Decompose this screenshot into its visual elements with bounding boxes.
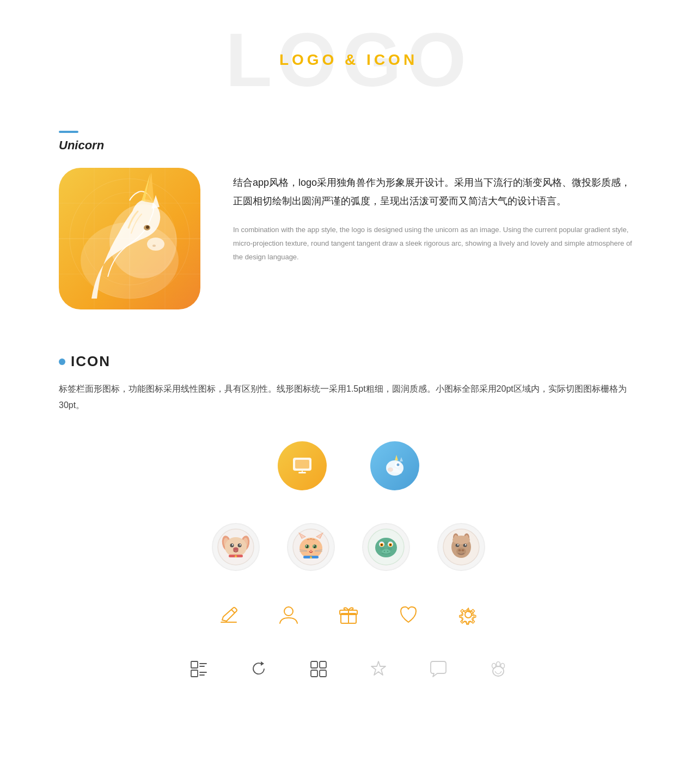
unicorn-title: Unicorn (59, 138, 638, 153)
avatar-icons-row (59, 523, 638, 571)
svg-point-65 (381, 544, 383, 545)
unicorn-description: 结合app风格，logo采用独角兽作为形象展开设计。采用当下流行的渐变风格、微投… (233, 168, 638, 264)
heart-icon (392, 598, 425, 631)
svg-line-85 (231, 610, 235, 613)
avatar-llama-icon (437, 523, 485, 571)
svg-point-46 (314, 545, 315, 546)
svg-point-77 (456, 544, 460, 547)
svg-point-20 (396, 464, 399, 466)
svg-rect-99 (320, 661, 326, 668)
svg-rect-98 (311, 661, 317, 668)
svg-rect-15 (295, 460, 309, 469)
svg-point-27 (225, 537, 247, 557)
svg-rect-17 (302, 471, 303, 473)
svg-point-30 (232, 544, 233, 545)
svg-point-66 (390, 544, 392, 545)
unicorn-desc-en: In combination with the app style, the l… (233, 223, 638, 264)
gift-icon (332, 598, 365, 631)
app-icon-yellow (278, 441, 327, 490)
unicorn-row: 结合app风格，logo采用独角兽作为形象展开设计。采用当下流行的渐变风格、微投… (59, 168, 638, 309)
svg-rect-91 (191, 661, 198, 668)
avatar-dog-icon (212, 523, 260, 571)
svg-point-40 (299, 538, 322, 558)
svg-point-12 (147, 238, 164, 251)
svg-point-44 (314, 545, 316, 548)
svg-point-76 (453, 536, 470, 544)
logo-icon-image (59, 168, 200, 309)
icon-section-header: ICON (59, 353, 638, 370)
svg-point-82 (458, 549, 461, 551)
list-icon (182, 653, 215, 685)
app-icon-blue (370, 441, 419, 490)
settings-icon (452, 598, 485, 631)
user-icon (272, 598, 305, 631)
avatar-lizard-icon (362, 523, 410, 571)
svg-point-53 (310, 556, 312, 558)
grid-icon (302, 653, 335, 685)
svg-point-28 (230, 543, 234, 547)
svg-point-79 (457, 544, 458, 545)
icon-section-title: ICON (71, 353, 111, 370)
svg-point-80 (465, 544, 466, 545)
svg-point-34 (235, 555, 237, 557)
svg-point-83 (462, 549, 464, 551)
svg-point-104 (492, 663, 496, 668)
svg-point-43 (307, 545, 308, 548)
main-content: Unicorn (0, 120, 697, 740)
func-icons-row (59, 598, 638, 631)
svg-rect-92 (191, 670, 198, 677)
grid-overlay (59, 168, 200, 309)
svg-point-31 (240, 544, 241, 545)
refresh-icon (242, 653, 275, 685)
section-bar (59, 131, 78, 133)
svg-point-11 (146, 226, 149, 229)
paw-icon (482, 653, 515, 685)
svg-marker-97 (261, 661, 264, 666)
icon-description: 标签栏面形图标，功能图标采用线性图标，具有区别性。线形图标统一采用1.5pt粗细… (59, 381, 638, 414)
app-icons-row (59, 441, 638, 490)
svg-marker-102 (371, 661, 386, 675)
avatar-cat-icon (287, 523, 335, 571)
unicorn-desc-zh: 结合app风格，logo采用独角兽作为形象展开设计。采用当下流行的渐变风格、微投… (233, 173, 638, 210)
svg-point-45 (306, 545, 307, 546)
tab-icons-row (59, 653, 638, 685)
svg-point-69 (387, 551, 388, 552)
header-section: LOGO LOGO & ICON (0, 0, 697, 120)
icon-dot (59, 358, 65, 365)
svg-rect-101 (320, 670, 326, 677)
chat-icon (422, 653, 455, 685)
svg-point-86 (284, 607, 293, 616)
unicorn-section-header: Unicorn (59, 131, 638, 153)
star-icon (362, 653, 395, 685)
tv-icon-svg (289, 452, 316, 479)
unicorn-icon-svg (380, 451, 410, 481)
svg-point-106 (501, 663, 505, 668)
svg-point-13 (152, 245, 156, 247)
svg-point-68 (384, 551, 385, 552)
header-title: LOGO & ICON (279, 51, 418, 69)
edit-icon (212, 598, 245, 631)
svg-point-29 (238, 543, 242, 547)
svg-point-57 (384, 542, 388, 545)
svg-point-78 (463, 544, 467, 547)
svg-point-21 (388, 467, 393, 472)
svg-rect-100 (311, 670, 317, 677)
